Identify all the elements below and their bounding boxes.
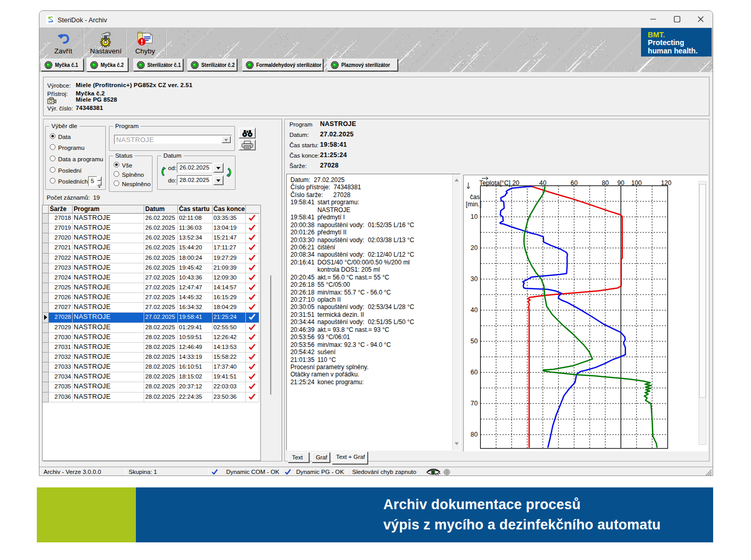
svg-text:Teplota[°C] 20: Teplota[°C] 20 xyxy=(479,179,520,187)
svg-text:čas: čas xyxy=(470,193,480,201)
svg-text:30: 30 xyxy=(470,275,478,283)
svg-text:60: 60 xyxy=(571,179,578,187)
svg-text:120: 120 xyxy=(661,179,672,187)
svg-text:60: 60 xyxy=(470,369,478,376)
svg-text:80: 80 xyxy=(470,431,478,438)
svg-text:20: 20 xyxy=(470,244,478,251)
svg-text:90: 90 xyxy=(617,179,624,187)
svg-text:[min.]: [min.] xyxy=(466,201,481,208)
svg-text:70: 70 xyxy=(470,400,478,407)
svg-text:100: 100 xyxy=(631,179,642,187)
svg-text:50: 50 xyxy=(470,338,478,345)
svg-text:40: 40 xyxy=(539,179,547,187)
svg-text:10: 10 xyxy=(470,213,478,220)
svg-text:80: 80 xyxy=(602,179,609,187)
svg-text:40: 40 xyxy=(470,306,478,314)
